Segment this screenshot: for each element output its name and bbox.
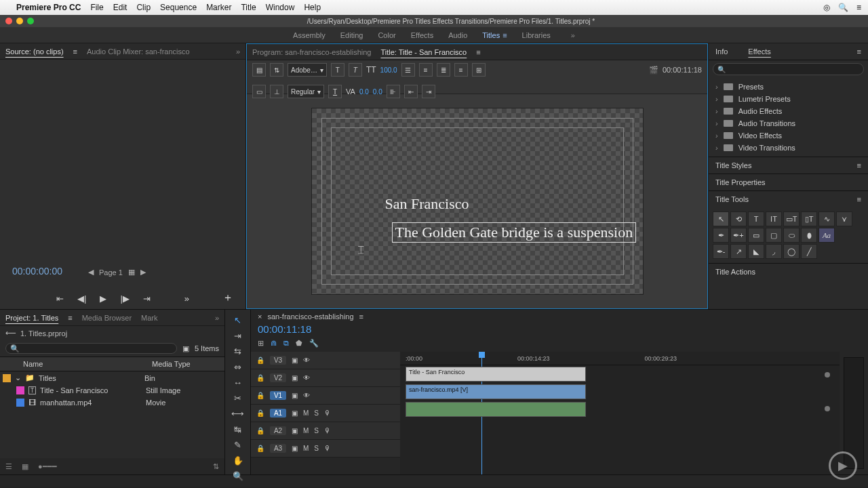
panel-menu-icon[interactable]: ≡ [857, 195, 861, 203]
path-type-tool-icon[interactable]: ∿ [818, 211, 835, 226]
rolling-edit-icon[interactable]: ⇔ [234, 362, 241, 372]
vertical-type-tool-icon[interactable]: IT [766, 211, 782, 226]
page-grid-icon[interactable]: ▦ [128, 268, 135, 277]
section-title-styles[interactable]: Title Styles≡ [709, 157, 868, 174]
panel-menu-icon[interactable]: ≡ [73, 47, 77, 56]
menu-sequence[interactable]: Sequence [160, 3, 197, 12]
track-a3[interactable]: A3 [270, 444, 286, 453]
col-media-type[interactable]: Media Type [148, 357, 195, 371]
leading-icon[interactable]: ☰ [401, 63, 415, 77]
source-timecode[interactable]: 00:00:00:00 [12, 266, 62, 277]
vertical-area-type-icon[interactable]: ▯T [801, 211, 817, 226]
step-back-icon[interactable]: ◀| [77, 293, 86, 304]
styles-icon[interactable]: Aa [818, 228, 835, 243]
razor-tool-icon[interactable]: ✂ [234, 393, 241, 403]
lock-icon[interactable]: 🔒 [256, 445, 264, 452]
sequence-name[interactable]: san-francisco-establishing [267, 312, 353, 321]
tab-editing[interactable]: Editing [340, 31, 363, 39]
go-to-out-icon[interactable]: ⇥ [143, 293, 151, 304]
record-icon[interactable]: 🎙 [324, 427, 331, 434]
prev-page-icon[interactable]: ◀ [88, 268, 94, 277]
icon-view-icon[interactable]: ▦ [22, 462, 28, 471]
template-icon[interactable]: ▤ [252, 63, 266, 77]
zoom-window-button[interactable] [27, 18, 34, 24]
folder-audio-transitions[interactable]: Audio Transitions [709, 117, 868, 129]
list-icon[interactable]: ≡ [856, 3, 861, 12]
timeline-track-area[interactable]: :00:00 00:00:14:23 00:00:29:23 Title - S… [400, 352, 840, 474]
record-icon[interactable]: 🎙 [324, 409, 331, 417]
filter-icon[interactable]: ▣ [182, 344, 189, 353]
title-text-sub[interactable]: The Golden Gate bridge is a suspension [392, 222, 637, 243]
arc-tool-icon[interactable]: ◞ [766, 244, 782, 259]
settings-icon[interactable]: 🔧 [309, 339, 319, 348]
audio-mixer-tab[interactable]: Audio Clip Mixer: san-francisco [87, 47, 190, 56]
title-canvas[interactable]: San Francisco The Golden Gate bridge is … [311, 108, 644, 295]
time-ruler[interactable]: :00:00 00:00:14:23 00:00:29:23 [400, 352, 840, 365]
section-title-tools[interactable]: Title Tools≡ [709, 190, 868, 207]
cc-icon[interactable]: ◎ [823, 3, 830, 12]
section-title-actions[interactable]: Title Actions [709, 263, 868, 280]
list-view-icon[interactable]: ☰ [5, 462, 12, 471]
mute-icon[interactable]: M [303, 427, 309, 434]
italic-icon[interactable]: T [349, 63, 362, 77]
step-forward-icon[interactable]: |▶ [120, 293, 129, 304]
vertical-path-type-icon[interactable]: ⋎ [836, 211, 852, 226]
table-row[interactable]: 🅃 Title - San Francisco Still Image [0, 384, 224, 396]
overflow-icon[interactable]: » [184, 293, 189, 304]
hand-tool-icon[interactable]: ✋ [233, 455, 243, 466]
toggle-output-icon[interactable]: 👁 [303, 374, 310, 382]
table-row[interactable]: 🎞 manhattan.mp4 Movie [0, 396, 224, 409]
menu-file[interactable]: File [90, 3, 103, 12]
track-v1[interactable]: V1 [270, 391, 286, 400]
col-name[interactable]: Name [19, 357, 148, 371]
track-v3[interactable]: V3 [270, 356, 286, 365]
menu-marker[interactable]: Marker [206, 3, 231, 12]
timeline-timecode[interactable]: 00:00:11:18 [251, 323, 868, 338]
menu-help[interactable]: Help [304, 3, 321, 12]
disclosure-icon[interactable]: ⌄ [15, 373, 21, 382]
align-center-icon[interactable]: ≣ [437, 63, 450, 77]
panel-menu-icon[interactable]: ≡ [68, 314, 72, 322]
snap-icon[interactable]: ⋒ [271, 339, 277, 348]
clip-audio[interactable] [406, 402, 586, 417]
media-browser-tab[interactable]: Media Browser [82, 314, 132, 322]
rate-stretch-icon[interactable]: ↔ [233, 378, 242, 388]
play-overlay-icon[interactable]: ▶ [829, 451, 857, 480]
font-size-value[interactable]: 100.0 [380, 66, 397, 74]
program-tab[interactable]: Program: san-francisco-establishing [252, 48, 371, 56]
sync-lock-icon[interactable]: ▣ [292, 374, 298, 382]
folder-video-effects[interactable]: Video Effects [709, 129, 868, 142]
sync-lock-icon[interactable]: ▣ [292, 409, 298, 417]
solo-icon[interactable]: S [314, 427, 319, 434]
align-right-icon[interactable]: ≡ [454, 63, 468, 77]
tab-color[interactable]: Color [378, 31, 395, 39]
slide-tool-icon[interactable]: ↹ [234, 424, 241, 434]
zoom-tool-icon[interactable]: 🔍 [233, 471, 243, 481]
track-a1[interactable]: A1 [270, 409, 286, 418]
tab-stops-icon[interactable]: ⊞ [472, 63, 486, 77]
tab-effects[interactable]: Effects [411, 31, 433, 39]
ripple-edit-icon[interactable]: ⇆ [234, 346, 241, 357]
sync-lock-icon[interactable]: ▣ [292, 392, 298, 399]
menu-title[interactable]: Title [241, 3, 256, 12]
clipped-rect-tool-icon[interactable]: ⬭ [783, 228, 800, 243]
roll-icon[interactable]: ⇅ [270, 63, 283, 77]
ellipse-tool-icon[interactable]: ◯ [783, 244, 800, 259]
rounded-rect2-icon[interactable]: ⬮ [801, 228, 817, 243]
folder-lumetri[interactable]: Lumetri Presets [709, 93, 868, 105]
menu-clip[interactable]: Clip [136, 3, 151, 12]
folder-video-transitions[interactable]: Video Transitions [709, 142, 868, 154]
panel-menu-icon[interactable]: ≡ [857, 161, 861, 169]
lock-icon[interactable]: 🔒 [256, 357, 264, 364]
rounded-rect-tool-icon[interactable]: ▢ [766, 228, 782, 243]
track-select-icon[interactable]: ⇥ [234, 331, 241, 341]
menu-window[interactable]: Window [266, 3, 295, 12]
selection-tool-icon[interactable]: ↖ [234, 315, 241, 325]
clip-title[interactable]: Title - San Francisco [406, 367, 586, 382]
marker-icon[interactable]: ⬟ [296, 339, 302, 348]
bold-icon[interactable]: T [331, 63, 344, 77]
font-family-select[interactable]: Adobe… ▾ [288, 63, 327, 77]
wedge-tool-icon[interactable]: ◣ [748, 244, 764, 259]
align-left-icon[interactable]: ≡ [419, 63, 433, 77]
add-anchor-icon[interactable]: ✒+ [730, 228, 747, 243]
